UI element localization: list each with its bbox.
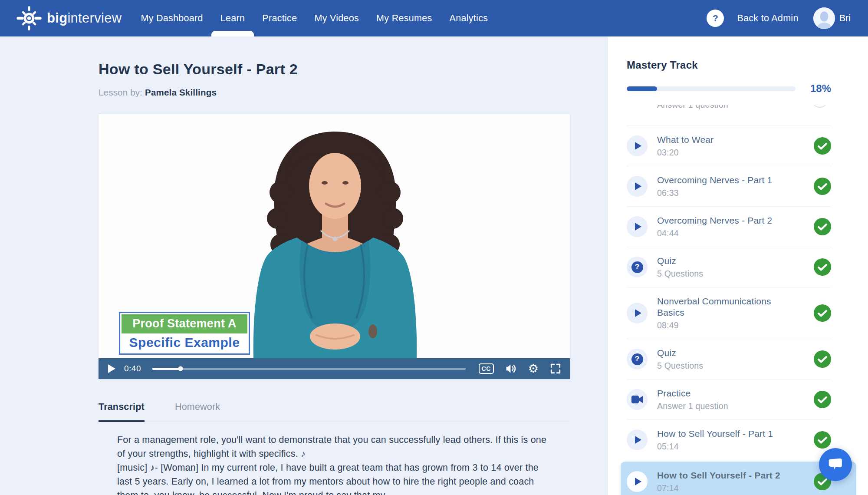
tab[interactable]: Transcript xyxy=(99,402,145,422)
avatar[interactable] xyxy=(813,7,835,29)
clipped-item-subtitle: Answer 1 question xyxy=(657,105,728,110)
item-subtitle: Answer 1 question xyxy=(657,401,728,411)
item-type-badge: ? xyxy=(627,471,648,492)
item-subtitle: 07:14 xyxy=(657,483,780,493)
transcript-paragraph: [music] ♪- [Woman] In my current role, I… xyxy=(117,461,550,495)
item-title: Overcoming Nerves - Part 1 xyxy=(657,175,772,186)
fullscreen-icon[interactable] xyxy=(550,363,561,374)
transcript-body: For a management role, you'll want to de… xyxy=(99,433,550,495)
item-type-badge: ? xyxy=(627,429,648,450)
nav-item[interactable]: Learn xyxy=(220,0,245,36)
nav-item-label: Learn xyxy=(220,13,245,24)
brand-logo[interactable]: biginterview xyxy=(16,6,122,31)
brand-regular: interview xyxy=(67,10,122,26)
list-item[interactable]: ? Practice Answer 1 question xyxy=(627,380,831,420)
item-title: Quiz xyxy=(657,255,703,267)
quiz-question-icon: ? xyxy=(631,353,643,365)
seek-knob[interactable] xyxy=(178,366,183,371)
play-icon xyxy=(635,142,641,150)
help-icon[interactable]: ? xyxy=(707,10,724,27)
item-type-badge: ? xyxy=(627,257,648,277)
list-item[interactable]: ? Quiz 5 Questions xyxy=(627,339,831,380)
nav-item[interactable]: Practice xyxy=(262,0,297,36)
completed-check-icon xyxy=(814,137,831,155)
user-silhouette-icon xyxy=(813,7,835,29)
item-title: Overcoming Nerves - Part 2 xyxy=(657,215,772,226)
nav-item[interactable]: Analytics xyxy=(450,0,488,36)
lesson-main: How to Sell Yourself - Part 2 Lesson by:… xyxy=(0,36,607,495)
list-item[interactable]: ? Overcoming Nerves - Part 2 04:44 xyxy=(627,207,831,247)
top-navbar: biginterview My Dashboard Learn Practice… xyxy=(0,0,868,36)
volume-icon[interactable] xyxy=(505,363,517,374)
seek-bar[interactable] xyxy=(152,368,466,370)
item-type-badge: ? xyxy=(627,176,648,197)
completed-check-icon xyxy=(814,218,831,235)
progress-fill xyxy=(627,86,657,91)
item-title: What to Wear xyxy=(657,134,713,145)
completed-check-icon xyxy=(814,350,831,368)
caption-subheading: Specific Example xyxy=(122,333,247,352)
nav-item-label: My Videos xyxy=(314,13,359,24)
chat-launcher-button[interactable] xyxy=(819,448,852,481)
list-item[interactable]: ? Overcoming Nerves - Part 1 06:33 xyxy=(627,166,831,207)
item-title: Nonverbal Communications Basics xyxy=(657,296,787,318)
list-item-clipped[interactable]: Answer 1 question xyxy=(627,105,831,126)
item-type-badge: ? xyxy=(627,303,648,323)
completed-check-icon xyxy=(814,304,831,322)
quiz-question-icon: ? xyxy=(631,261,643,273)
progress-percent-label: 18% xyxy=(810,82,831,95)
video-caption-card: Proof Statement A Specific Example xyxy=(119,312,250,355)
tab-label: Homework xyxy=(175,402,220,412)
item-title: Quiz xyxy=(657,347,703,359)
primary-nav: My Dashboard Learn Practice My Videos My… xyxy=(141,0,505,36)
nav-item-label: Practice xyxy=(262,13,297,24)
settings-icon[interactable]: ⚙ xyxy=(528,363,539,375)
item-subtitle: 5 Questions xyxy=(657,361,703,371)
navbar-right: ? Back to Admin Bri xyxy=(707,7,851,29)
mastery-progress: 18% xyxy=(627,82,831,95)
nav-item-label: Analytics xyxy=(450,13,488,24)
nav-item[interactable]: My Videos xyxy=(314,0,359,36)
item-title: How to Sell Yourself - Part 1 xyxy=(657,428,773,439)
item-title: Practice xyxy=(657,388,728,399)
seek-fill xyxy=(152,368,181,370)
sun-logo-icon xyxy=(16,6,42,31)
completed-check-icon xyxy=(814,178,831,195)
list-item[interactable]: ? Quiz 5 Questions xyxy=(627,247,831,287)
item-type-badge: ? xyxy=(627,389,648,410)
nav-item[interactable]: My Resumes xyxy=(376,0,432,36)
item-subtitle: 08:49 xyxy=(657,320,787,330)
closed-captions-button[interactable]: CC xyxy=(479,363,494,374)
incomplete-circle-icon xyxy=(811,105,829,108)
page-title: How to Sell Yourself - Part 2 xyxy=(99,61,607,78)
item-subtitle: 04:44 xyxy=(657,228,772,238)
completed-check-icon xyxy=(814,391,831,408)
lesson-author: Lesson by: Pamela Skillings xyxy=(99,87,607,98)
play-icon xyxy=(635,182,641,190)
tab[interactable]: Homework xyxy=(175,402,220,421)
item-title: How to Sell Yourself - Part 2 xyxy=(657,470,780,481)
video-player[interactable]: Proof Statement A Specific Example 0:40 … xyxy=(99,114,570,379)
item-type-badge: ? xyxy=(627,349,648,370)
play-icon xyxy=(635,436,641,444)
list-item[interactable]: ? How to Sell Yourself - Part 1 05:14 xyxy=(627,420,831,460)
caption-heading: Proof Statement A xyxy=(122,314,247,333)
transcript-paragraph: For a management role, you'll want to de… xyxy=(117,433,550,461)
back-to-admin-link[interactable]: Back to Admin xyxy=(737,13,798,24)
chat-bubble-icon xyxy=(827,457,844,472)
lesson-list: Answer 1 question ? xyxy=(627,105,831,495)
list-item[interactable]: ? What to Wear 03:20 xyxy=(627,126,831,166)
nav-item-label: My Dashboard xyxy=(141,13,203,24)
mastery-track-title: Mastery Track xyxy=(627,59,831,71)
tab-label: Transcript xyxy=(99,402,145,412)
user-name[interactable]: Bri xyxy=(839,13,851,24)
play-icon xyxy=(635,309,641,317)
item-subtitle: 5 Questions xyxy=(657,269,703,279)
nav-item-label: My Resumes xyxy=(376,13,432,24)
nav-item[interactable]: My Dashboard xyxy=(141,0,203,36)
item-subtitle: 06:33 xyxy=(657,188,772,198)
list-item[interactable]: ? Nonverbal Communications Basics 08:49 xyxy=(627,287,831,339)
item-type-badge: ? xyxy=(627,135,648,156)
play-button[interactable] xyxy=(108,364,115,373)
lesson-by-name: Pamela Skillings xyxy=(145,87,217,97)
